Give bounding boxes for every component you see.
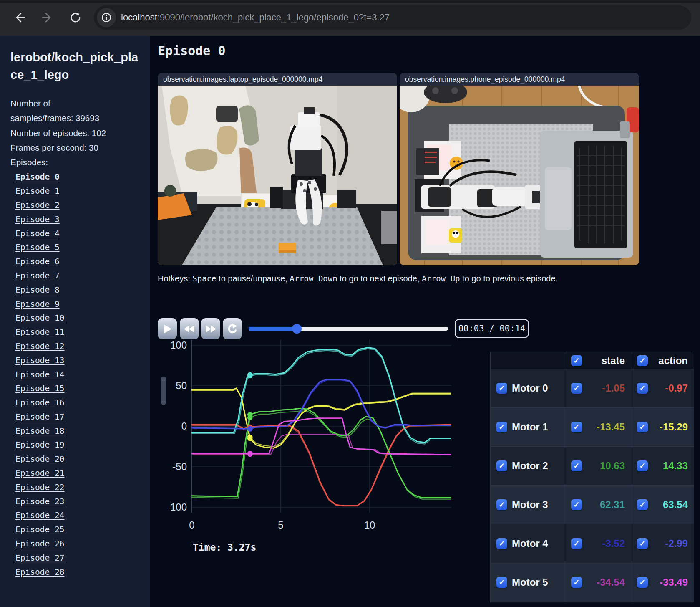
episode-link[interactable]: Episode 7: [15, 271, 60, 281]
motor-action-checkbox[interactable]: [637, 422, 648, 432]
episode-link[interactable]: Episode 3: [15, 215, 60, 224]
motor-row-checkbox[interactable]: [496, 499, 507, 510]
motor-name-cell: Motor 1: [491, 408, 565, 447]
scrollbar-thumb[interactable]: [161, 377, 166, 405]
episode-link[interactable]: Episode 24: [15, 511, 64, 520]
motor-state-cell: -3.52: [565, 524, 631, 563]
episode-link[interactable]: Episode 28: [15, 567, 64, 577]
episode-link[interactable]: Episode 15: [15, 384, 64, 393]
svg-text:-50: -50: [172, 461, 187, 472]
episode-link[interactable]: Episode 22: [15, 483, 64, 492]
episode-link[interactable]: Episode 4: [15, 229, 60, 238]
episode-link[interactable]: Episode 10: [15, 313, 64, 323]
action-header-checkbox[interactable]: [637, 355, 648, 366]
video-caption: observation.images.phone_episode_000000.…: [400, 73, 639, 86]
site-info-icon[interactable]: [97, 8, 116, 27]
episode-link[interactable]: Episode 16: [15, 398, 64, 407]
motor-state-value: -3.52: [582, 538, 625, 549]
forward-icon[interactable]: [38, 8, 58, 28]
motor-name-cell: Motor 2: [491, 447, 565, 486]
motor-state-checkbox[interactable]: [571, 538, 582, 549]
dataset-title: lerobot/koch_pick_place_1_lego: [10, 48, 143, 83]
back-icon[interactable]: [9, 8, 29, 28]
motor-chart: 100500-50-1000510 Time: 3.27s: [158, 328, 456, 599]
motor-name-label: Motor 4: [512, 538, 548, 549]
episode-link[interactable]: Episode 19: [15, 440, 64, 450]
state-header-checkbox[interactable]: [571, 355, 582, 366]
state-header-label: state: [582, 355, 625, 367]
motor-row-checkbox[interactable]: [496, 460, 507, 471]
motor-row-checkbox[interactable]: [496, 422, 507, 432]
motor-action-cell: -33.49: [631, 563, 694, 602]
episode-link[interactable]: Episode 17: [15, 412, 64, 422]
stat-episodes: Number of episodes: 102: [10, 126, 115, 140]
video-frame-phone: [400, 86, 639, 265]
motor-state-checkbox[interactable]: [571, 383, 582, 394]
motor-row-checkbox[interactable]: [496, 538, 507, 549]
motor-state-checkbox[interactable]: [571, 460, 582, 471]
episode-list-item: Episode 6: [15, 255, 150, 269]
episode-list-item: Episode 3: [15, 213, 150, 227]
episode-link[interactable]: Episode 5: [15, 243, 60, 252]
episodes-label: Episodes:: [10, 155, 115, 169]
action-header-cell: action: [631, 352, 694, 369]
motor-action-value: -0.97: [648, 382, 688, 394]
motor-action-checkbox[interactable]: [637, 499, 648, 510]
episode-link[interactable]: Episode 0: [15, 172, 60, 182]
episode-list-item: Episode 26: [15, 537, 150, 551]
episode-link[interactable]: Episode 23: [15, 497, 64, 506]
svg-text:100: 100: [170, 339, 187, 351]
episode-link[interactable]: Episode 14: [15, 370, 64, 379]
episode-link[interactable]: Episode 13: [15, 356, 64, 365]
episode-link[interactable]: Episode 8: [15, 285, 60, 295]
episode-list-item: Episode 16: [15, 396, 150, 410]
episode-link[interactable]: Episode 25: [15, 525, 64, 534]
motor-state-cell: -13.45: [565, 408, 631, 447]
motor-action-checkbox[interactable]: [637, 538, 648, 549]
motor-action-checkbox[interactable]: [637, 577, 648, 588]
url-bar[interactable]: localhost:9090/lerobot/koch_pick_place_1…: [94, 5, 691, 30]
motor-action-checkbox[interactable]: [637, 460, 648, 471]
motor-state-cell: 62.31: [565, 486, 631, 524]
motor-state-checkbox[interactable]: [571, 422, 582, 432]
motor-action-value: -15.29: [648, 421, 688, 433]
episode-list-item: Episode 23: [15, 495, 150, 509]
episode-link[interactable]: Episode 21: [15, 468, 64, 478]
reload-icon[interactable]: [65, 8, 86, 28]
motor-state-checkbox[interactable]: [571, 499, 582, 510]
motor-state-value: 62.31: [582, 499, 625, 511]
episode-list-item: Episode 0: [15, 170, 150, 185]
motor-row-checkbox[interactable]: [496, 383, 507, 394]
episode-link[interactable]: Episode 12: [15, 341, 64, 351]
motor-state-cell: -1.05: [565, 369, 631, 408]
episode-link[interactable]: Episode 9: [15, 299, 60, 309]
episode-link[interactable]: Episode 26: [15, 539, 64, 549]
episode-list-item: Episode 20: [15, 453, 150, 467]
motor-action-cell: -2.99: [631, 524, 694, 563]
svg-text:10: 10: [364, 519, 375, 531]
motor-state-checkbox[interactable]: [571, 577, 582, 588]
episode-link[interactable]: Episode 18: [15, 426, 64, 436]
motor-action-value: -2.99: [648, 538, 688, 549]
episode-list-item: Episode 9: [15, 298, 150, 312]
motor-action-checkbox[interactable]: [637, 383, 648, 394]
episode-link[interactable]: Episode 6: [15, 257, 60, 266]
video-phone[interactable]: observation.images.phone_episode_000000.…: [400, 73, 639, 265]
panda-box: [421, 216, 462, 253]
dataset-stats: Number of samples/frames: 39693 Number o…: [10, 96, 115, 169]
episode-link[interactable]: Episode 2: [15, 200, 60, 210]
motor-action-value: 14.33: [648, 460, 688, 472]
motor-name-label: Motor 5: [512, 577, 548, 588]
motor-row-checkbox[interactable]: [496, 577, 507, 588]
episode-link[interactable]: Episode 1: [15, 186, 60, 196]
episode-list-item: Episode 13: [15, 354, 150, 368]
motor-name-label: Motor 1: [512, 421, 548, 433]
episode-list-item: Episode 25: [15, 523, 150, 537]
video-laptop[interactable]: observation.images.laptop_episode_000000…: [158, 73, 397, 265]
browser-toolbar: localhost:9090/lerobot/koch_pick_place_1…: [0, 0, 700, 36]
episode-link[interactable]: Episode 11: [15, 327, 64, 337]
episode-link[interactable]: Episode 20: [15, 454, 64, 464]
episode-link[interactable]: Episode 27: [15, 553, 64, 563]
state-header-cell: state: [565, 352, 631, 369]
trackpad: [545, 167, 572, 230]
